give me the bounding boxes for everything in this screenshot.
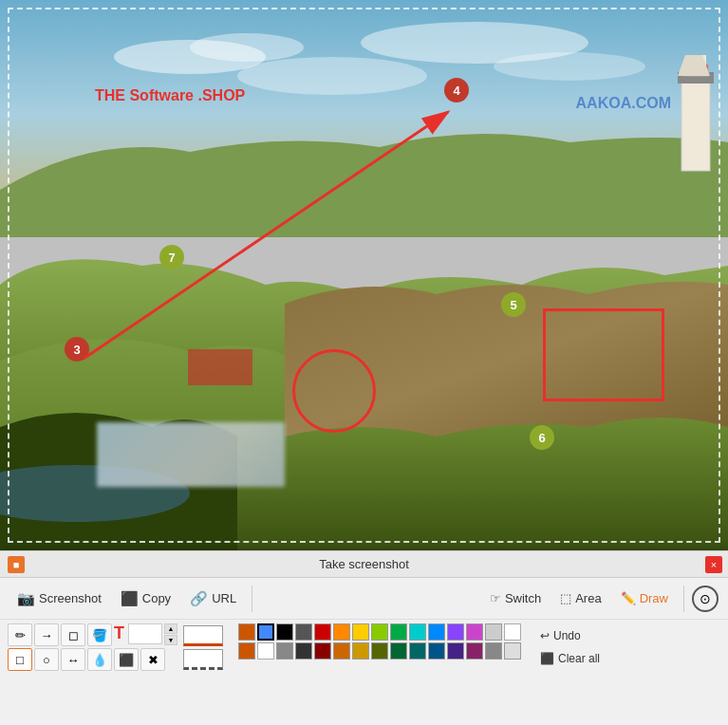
- switch-button[interactable]: ☞ Switch: [482, 587, 549, 609]
- area-button[interactable]: ⬚ Area: [552, 587, 608, 609]
- undo-clear-area: ↩ Undo ⬛ Clear all: [532, 623, 607, 671]
- eraser-tool[interactable]: ◻: [61, 623, 85, 646]
- separator-1: [252, 586, 252, 612]
- line-style-solid[interactable]: [183, 625, 223, 646]
- url-button[interactable]: 🔗 URL: [182, 586, 244, 611]
- screenshot-label: Screenshot: [39, 591, 102, 605]
- annotations-layer: THE Software .SHOP AAKOA.COM 3 4 5 6 7: [0, 0, 728, 550]
- undo-icon: ↩: [540, 629, 550, 642]
- color-light-gray[interactable]: [485, 623, 502, 641]
- annotation-circle: [292, 349, 376, 433]
- color-olive[interactable]: [371, 642, 388, 660]
- palette-row1: [238, 623, 521, 641]
- toolbar-bottom: ✏ → ◻ 🪣 T 16 ▲ ▼ □ ○ ↔ 💧 ⬛ ✖: [0, 620, 728, 675]
- badge-4: 4: [444, 78, 469, 102]
- line-styles: [183, 623, 223, 671]
- badge-7: 7: [159, 245, 184, 270]
- line-style-dashed[interactable]: [183, 649, 223, 670]
- switch-label: Switch: [505, 591, 541, 605]
- screenshot-icon: 📷: [17, 590, 35, 607]
- screenshot-button[interactable]: 📷 Screenshot: [9, 586, 109, 611]
- color-palette: [238, 623, 521, 671]
- pencil-tool[interactable]: ✏: [8, 623, 32, 646]
- toolbar-titlebar: ■ Take screenshot ×: [0, 551, 728, 578]
- color-azure[interactable]: [428, 623, 445, 641]
- rect-tool[interactable]: □: [8, 648, 32, 671]
- font-size-input[interactable]: 16: [128, 623, 162, 644]
- color-orange[interactable]: [333, 623, 350, 641]
- color-white-2[interactable]: [257, 642, 274, 660]
- toolbar-top-row: 📷 Screenshot ⬛ Copy 🔗 URL ☞ Switch ⬚ Are…: [0, 578, 728, 620]
- dropper-tool[interactable]: 💧: [87, 648, 112, 671]
- app-icon-symbol: ■: [13, 559, 20, 570]
- color-white[interactable]: [504, 623, 521, 641]
- move-tool[interactable]: ↔: [61, 648, 85, 671]
- drawing-tools: ✏ → ◻ 🪣 T 16 ▲ ▼ □ ○ ↔ 💧 ⬛ ✖: [8, 623, 177, 671]
- color-charcoal[interactable]: [295, 642, 312, 660]
- color-dark-red[interactable]: [314, 642, 331, 660]
- color-black[interactable]: [276, 623, 293, 641]
- color-dark-teal[interactable]: [409, 642, 426, 660]
- clear-all-button[interactable]: ⬛ Clear all: [532, 649, 607, 668]
- color-navy[interactable]: [428, 642, 445, 660]
- color-gold[interactable]: [352, 642, 369, 660]
- draw-label: Draw: [640, 591, 668, 605]
- color-plum[interactable]: [466, 642, 483, 660]
- color-indigo[interactable]: [447, 642, 464, 660]
- color-magenta[interactable]: [466, 623, 483, 641]
- color-blue[interactable]: [257, 623, 274, 641]
- palette-row2: [238, 642, 521, 660]
- switch-icon: ☞: [490, 591, 501, 605]
- toolbar-title: Take screenshot: [319, 557, 409, 571]
- webcam-icon[interactable]: ⊙: [692, 586, 719, 612]
- color-green[interactable]: [390, 623, 407, 641]
- undo-button[interactable]: ↩ Undo: [532, 626, 607, 645]
- badge-3: 3: [65, 337, 89, 362]
- ellipse-tool[interactable]: ○: [34, 648, 59, 671]
- area-label: Area: [575, 591, 601, 605]
- color-red[interactable]: [314, 623, 331, 641]
- separator-2: [683, 586, 684, 612]
- color-silver[interactable]: [504, 642, 521, 660]
- color-dark-gray[interactable]: [295, 623, 312, 641]
- color-brown-orange[interactable]: [333, 642, 350, 660]
- color-gray-2[interactable]: [485, 642, 502, 660]
- color-yellow[interactable]: [352, 623, 369, 641]
- tools-row2: □ ○ ↔ 💧 ⬛ ✖: [8, 648, 177, 671]
- copy-button[interactable]: ⬛ Copy: [113, 586, 178, 611]
- app-icon: ■: [8, 556, 25, 573]
- color-mid-gray[interactable]: [276, 642, 293, 660]
- copy-label: Copy: [142, 591, 171, 605]
- clear-all-label: Clear all: [558, 652, 600, 665]
- fill-tool[interactable]: 🪣: [87, 623, 112, 646]
- color-orange-dark-2[interactable]: [238, 642, 255, 660]
- cursor-tool[interactable]: ⬛: [114, 648, 139, 671]
- delete-tool[interactable]: ✖: [140, 648, 165, 671]
- annotation-text-aakoa: AAKOA.COM: [576, 95, 671, 112]
- font-size-up[interactable]: ▲: [164, 623, 177, 634]
- color-teal[interactable]: [409, 623, 426, 641]
- link-icon: 🔗: [190, 590, 208, 607]
- annotation-text-shop: THE Software .SHOP: [95, 87, 245, 104]
- draw-button[interactable]: ✏️ Draw: [613, 587, 676, 609]
- undo-label: Undo: [553, 629, 581, 642]
- color-forest[interactable]: [390, 642, 407, 660]
- color-lime[interactable]: [371, 623, 388, 641]
- annotation-blur-rect: [97, 422, 285, 487]
- close-button[interactable]: ×: [705, 556, 722, 573]
- tools-row1: ✏ → ◻ 🪣 T 16 ▲ ▼: [8, 623, 177, 646]
- font-size-down[interactable]: ▼: [164, 635, 177, 645]
- copy-icon: ⬛: [121, 590, 139, 607]
- badge-6: 6: [530, 425, 554, 450]
- url-label: URL: [212, 591, 236, 605]
- color-purple[interactable]: [447, 623, 464, 641]
- text-tool-letter: T: [114, 623, 124, 646]
- clear-icon: ⬛: [540, 652, 554, 665]
- annotation-outline-rect: [543, 308, 664, 401]
- badge-5: 5: [501, 292, 526, 317]
- webcam-symbol: ⊙: [700, 591, 711, 606]
- arrow-tool[interactable]: →: [34, 623, 59, 646]
- color-orange-dark[interactable]: [238, 623, 255, 641]
- screenshot-canvas: THE Software .SHOP AAKOA.COM 3 4 5 6 7: [0, 0, 728, 550]
- toolbar-window: ■ Take screenshot × 📷 Screenshot ⬛ Copy …: [0, 550, 728, 725]
